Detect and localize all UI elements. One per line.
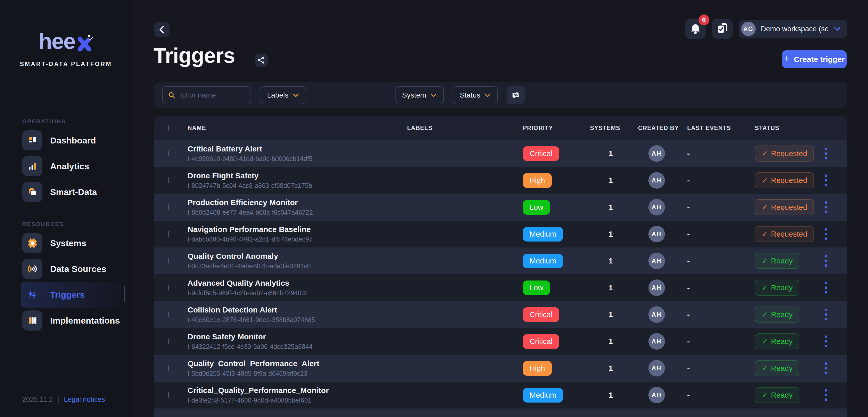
table-row: Navigation Performance Baseline t-dabcb8… xyxy=(154,221,847,247)
table-row: Advanced Quality Analytics t-9cfdf8e5-98… xyxy=(154,274,847,301)
labels-filter-dropdown[interactable]: Labels xyxy=(260,86,306,104)
trigger-name[interactable]: Production Efficiency Monitor xyxy=(188,198,407,207)
check-icon: ✓ xyxy=(762,203,768,212)
trigger-name[interactable]: Advanced Quality Analytics xyxy=(188,279,407,287)
sidebar-item-implementations[interactable]: Implementations xyxy=(21,308,121,334)
systems-count: 1 xyxy=(590,283,631,292)
table-row: Quality Control Anomaly t-0c73edfa-6e01-… xyxy=(154,247,847,274)
table-row: Drone Safety Monitor t-64322412-f5ce-4e3… xyxy=(154,328,847,355)
last-events-value: - xyxy=(687,391,755,399)
sidebar-item-data-sources[interactable]: Data Sources xyxy=(21,256,121,282)
select-all-checkbox[interactable] xyxy=(168,126,169,131)
workspace-avatar: AG xyxy=(741,22,755,36)
table-row: Production Efficiency Monitor t-8b0d2408… xyxy=(154,194,847,221)
last-events-value: - xyxy=(687,203,755,212)
priority-badge: Medium xyxy=(523,227,563,242)
row-checkbox[interactable] xyxy=(168,312,169,317)
created-by-avatar: AH xyxy=(648,306,665,323)
row-checkbox[interactable] xyxy=(168,177,169,183)
status-badge: ✓Requested xyxy=(755,145,814,162)
legal-notices-link[interactable]: Legal notices xyxy=(64,395,105,404)
status-badge: ✓Ready xyxy=(755,307,799,322)
triggers-table: NAME LABELS PRIORITY SYSTEMS CREATED BY … xyxy=(154,116,847,417)
bell-icon xyxy=(690,23,701,35)
back-button[interactable] xyxy=(154,22,169,37)
sidebar-item-triggers[interactable]: Triggers xyxy=(21,282,121,308)
create-trigger-button[interactable]: + Create trigger xyxy=(782,50,847,68)
search-input[interactable] xyxy=(180,91,245,99)
row-checkbox[interactable] xyxy=(168,231,169,237)
filter-bar: Labels System Status xyxy=(154,82,847,108)
workspace-selector[interactable]: AG Demo workspace (scre... xyxy=(739,20,847,38)
sidebar-section-resources: RESOURCES xyxy=(22,221,132,228)
sidebar-item-label: Systems xyxy=(50,238,86,248)
refresh-button[interactable] xyxy=(506,86,525,104)
row-menu-button[interactable] xyxy=(822,360,830,377)
last-events-value: - xyxy=(687,176,755,185)
trigger-name[interactable]: Drone Flight Safety xyxy=(188,171,407,180)
trigger-name[interactable]: Quality_Control_Performance_Alert xyxy=(188,359,407,368)
systems-count: 1 xyxy=(590,364,631,373)
row-checkbox[interactable] xyxy=(168,151,169,156)
row-checkbox[interactable] xyxy=(168,366,169,371)
trigger-id: t-0c73edfa-6e01-49de-807b-ada3fe0281c0 xyxy=(188,263,407,270)
trigger-id: t-de3fe2b3-5177-4600-9d0d-a4088bbef601 xyxy=(188,396,407,404)
trigger-id: t-64322412-f5ce-4e30-9a96-4dcd325a6844 xyxy=(188,343,407,350)
systems-count: 1 xyxy=(590,256,631,265)
row-menu-button[interactable] xyxy=(822,306,830,323)
trigger-name[interactable]: Critical Battery Alert xyxy=(188,144,407,153)
trigger-name[interactable]: Navigation Performance Baseline xyxy=(188,225,407,234)
row-menu-button[interactable] xyxy=(822,199,830,216)
chevron-down-icon xyxy=(834,27,841,31)
sidebar-item-systems[interactable]: Systems xyxy=(21,230,121,256)
created-by-avatar: AH xyxy=(648,172,665,188)
row-menu-button[interactable] xyxy=(822,333,830,350)
row-menu-button[interactable] xyxy=(822,279,830,296)
sidebar-footer: 2025.11.2 | Legal notices xyxy=(22,395,105,404)
last-events-value: - xyxy=(687,283,755,292)
trigger-id: t-8b0d2408-ee77-4ea4-b68a-f6c047a46722 xyxy=(188,209,407,216)
sidebar-item-smart-data[interactable]: Smart-Data xyxy=(21,179,121,205)
chevron-down-icon xyxy=(485,94,491,97)
trigger-name[interactable]: Quality Control Anomaly xyxy=(188,252,407,260)
row-checkbox[interactable] xyxy=(168,258,169,264)
share-button[interactable] xyxy=(255,54,268,67)
row-checkbox[interactable] xyxy=(168,339,169,344)
check-icon: ✓ xyxy=(762,391,768,399)
sidebar-item-analytics[interactable]: Analytics xyxy=(21,153,121,179)
table-row-partial xyxy=(154,409,847,417)
last-events-value: - xyxy=(687,256,755,265)
row-checkbox[interactable] xyxy=(168,204,169,210)
table-header-row: NAME LABELS PRIORITY SYSTEMS CREATED BY … xyxy=(154,116,847,140)
sidebar-item-label: Implementations xyxy=(50,316,120,326)
row-menu-button[interactable] xyxy=(822,172,830,189)
row-checkbox[interactable] xyxy=(168,285,169,290)
status-badge: ✓Requested xyxy=(755,226,814,242)
priority-badge: Medium xyxy=(523,388,563,403)
sidebar-item-dashboard[interactable]: Dashboard xyxy=(21,128,121,153)
last-events-value: - xyxy=(687,364,755,373)
trigger-id: t-40e60e1e-2876-4661-9dea-358b8a9748d5 xyxy=(188,316,407,323)
trigger-name[interactable]: Collision Detection Alert xyxy=(188,306,407,314)
analytics-icon xyxy=(22,156,42,176)
row-menu-button[interactable] xyxy=(822,252,830,269)
sidebar-item-label: Smart-Data xyxy=(50,187,97,197)
status-filter-dropdown[interactable]: Status xyxy=(453,86,498,104)
row-menu-button[interactable] xyxy=(822,225,830,243)
row-checkbox[interactable] xyxy=(168,392,169,397)
app-tagline: SMART-DATA PLATFORM xyxy=(0,61,132,68)
trigger-name[interactable]: Drone Safety Monitor xyxy=(188,333,407,341)
created-by-avatar: AH xyxy=(648,360,665,377)
column-header-last-events: LAST EVENTS xyxy=(687,125,755,132)
row-menu-button[interactable] xyxy=(822,387,830,404)
system-filter-dropdown[interactable]: System xyxy=(395,86,444,104)
last-events-value: - xyxy=(687,310,755,319)
trigger-name[interactable]: Critical_Quality_Performance_Monitor xyxy=(188,386,407,395)
tasks-button[interactable] xyxy=(712,19,733,39)
chevron-down-icon xyxy=(430,94,437,97)
search-icon xyxy=(168,91,176,99)
topbar: 6 AG Demo workspace (scre... xyxy=(685,19,847,39)
priority-badge: Critical xyxy=(523,334,559,349)
created-by-avatar: AH xyxy=(648,253,665,269)
row-menu-button[interactable] xyxy=(822,145,830,162)
